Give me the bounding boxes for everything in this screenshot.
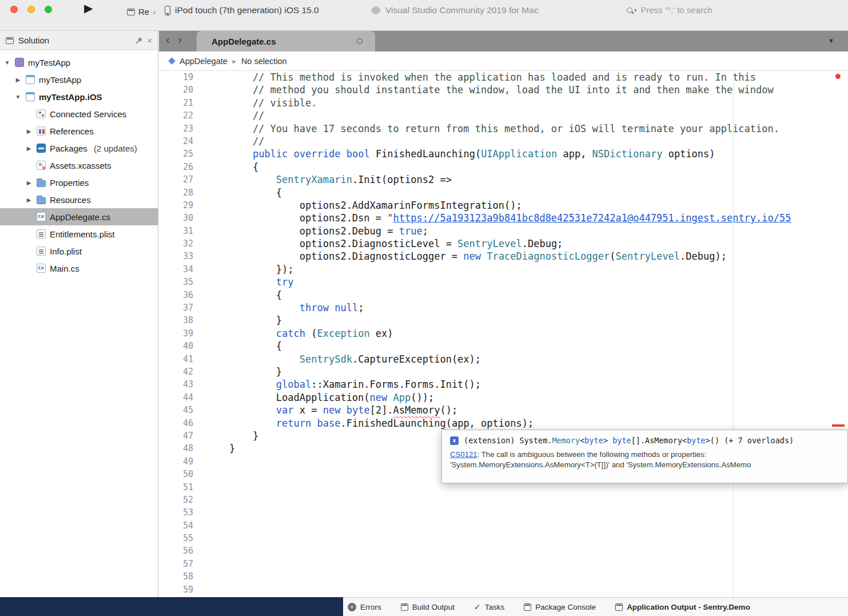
line-number[interactable]: 44 — [159, 391, 201, 404]
tree-item-mytestapp[interactable]: ▼myTestApp — [0, 54, 158, 71]
code-line-52[interactable]: 52 — [159, 494, 848, 506]
code-line-28[interactable]: 28 { — [159, 186, 848, 199]
code-line-53[interactable]: 53 — [159, 506, 848, 519]
tree-item-assets-xcassets[interactable]: Assets.xcassets — [0, 157, 158, 174]
error-code-link[interactable]: CS0121 — [450, 450, 477, 459]
line-number[interactable]: 55 — [159, 532, 201, 545]
tree-item-main-cs[interactable]: Main.cs — [0, 260, 158, 277]
code-line-40[interactable]: 40 { — [159, 340, 848, 352]
code-line-39[interactable]: 39 catch (Exception ex) — [159, 327, 848, 340]
line-number[interactable]: 25 — [159, 148, 201, 160]
line-number[interactable]: 19 — [159, 71, 201, 84]
line-number[interactable]: 41 — [159, 353, 201, 365]
code-line-19[interactable]: 19 // This method is invoked when the ap… — [159, 71, 848, 84]
line-number[interactable]: 39 — [159, 327, 201, 340]
code-line-37[interactable]: 37 throw null; — [159, 301, 848, 314]
code-line-32[interactable]: 32 options2.DiagnosticLevel = SentryLeve… — [159, 237, 848, 250]
tree-item-appdelegate-cs[interactable]: AppDelegate.cs — [0, 208, 158, 225]
line-number[interactable]: 56 — [159, 545, 201, 557]
code-line-58[interactable]: 58 — [159, 570, 848, 583]
line-number[interactable]: 54 — [159, 519, 201, 532]
line-number[interactable]: 43 — [159, 378, 201, 391]
line-number[interactable]: 23 — [159, 122, 201, 135]
line-number[interactable]: 37 — [159, 301, 201, 314]
tree-item-properties[interactable]: ▶Properties — [0, 174, 158, 191]
line-number[interactable]: 42 — [159, 365, 201, 378]
code-line-42[interactable]: 42 } — [159, 365, 848, 378]
code-line-45[interactable]: 45 var x = new byte[2].AsMemory(); — [159, 404, 848, 416]
line-number[interactable]: 38 — [159, 314, 201, 327]
code-line-41[interactable]: 41 SentrySdk.CaptureException(ex); — [159, 353, 848, 365]
code-line-27[interactable]: 27 SentryXamarin.Init(options2 => — [159, 173, 848, 186]
navigate-back-button[interactable]: ‹ — [166, 33, 170, 46]
tab-modified-indicator[interactable] — [357, 38, 363, 44]
code-line-22[interactable]: 22 // — [159, 109, 848, 122]
scrollbar-error-marker[interactable] — [832, 424, 845, 427]
code-line-43[interactable]: 43 global::Xamarin.Forms.Forms.Init(); — [159, 378, 848, 391]
scrollbar-error-dot[interactable] — [835, 74, 841, 79]
disclosure-closed-icon[interactable]: ▶ — [25, 180, 33, 186]
pad-tab-build-output[interactable]: Build Output — [401, 603, 455, 611]
build-config-selector[interactable]: Re › — [127, 7, 156, 17]
tree-item-mytestapp-ios[interactable]: ▼myTestApp.iOS — [0, 88, 158, 105]
code-line-30[interactable]: 30 options2.Dsn = "https://5a193123a9b84… — [159, 212, 848, 224]
pad-tab-application-output-sentry-demo[interactable]: Application Output - Sentry.Demo — [615, 603, 750, 611]
close-icon[interactable]: × — [147, 37, 152, 45]
line-number[interactable]: 50 — [159, 468, 201, 480]
tree-item-connected-services[interactable]: Connected Services — [0, 105, 158, 122]
disclosure-open-icon[interactable]: ▼ — [3, 59, 11, 66]
line-number[interactable]: 30 — [159, 212, 201, 224]
line-number[interactable]: 49 — [159, 455, 201, 468]
code-line-26[interactable]: 26 { — [159, 161, 848, 173]
code-line-54[interactable]: 54 — [159, 519, 848, 532]
pin-icon[interactable] — [134, 37, 142, 45]
tree-item-entitlements-plist[interactable]: Entitlements.plist — [0, 225, 158, 243]
line-number[interactable]: 26 — [159, 161, 201, 173]
run-button[interactable]: ▶ — [84, 1, 93, 15]
line-number[interactable]: 52 — [159, 494, 201, 506]
line-number[interactable]: 46 — [159, 417, 201, 430]
code-line-55[interactable]: 55 — [159, 532, 848, 545]
line-number[interactable]: 57 — [159, 558, 201, 570]
code-line-36[interactable]: 36 { — [159, 289, 848, 301]
zoom-window-button[interactable] — [45, 6, 52, 13]
disclosure-closed-icon[interactable]: ▶ — [14, 77, 22, 83]
code-line-24[interactable]: 24 // — [159, 135, 848, 148]
disclosure-closed-icon[interactable]: ▶ — [25, 197, 33, 203]
line-number[interactable]: 35 — [159, 276, 201, 288]
line-number[interactable]: 31 — [159, 225, 201, 237]
code-line-57[interactable]: 57 — [159, 558, 848, 570]
breadcrumb-item[interactable]: AppDelegate — [180, 57, 228, 66]
tab-appdelegate[interactable]: AppDelegate.cs — [197, 31, 375, 51]
code-editor[interactable]: 19 // This method is invoked when the ap… — [159, 71, 848, 597]
code-line-21[interactable]: 21 // visible. — [159, 97, 848, 109]
line-number[interactable]: 22 — [159, 109, 201, 122]
line-number[interactable]: 59 — [159, 583, 201, 596]
disclosure-closed-icon[interactable]: ▶ — [25, 128, 33, 134]
code-line-35[interactable]: 35 try — [159, 276, 848, 288]
line-number[interactable]: 45 — [159, 404, 201, 416]
line-number[interactable]: 28 — [159, 186, 201, 199]
code-line-34[interactable]: 34 }); — [159, 263, 848, 276]
line-number[interactable]: 36 — [159, 289, 201, 301]
line-number[interactable]: 32 — [159, 237, 201, 250]
line-number[interactable]: 24 — [159, 135, 201, 148]
tab-list-dropdown-icon[interactable]: ▼ — [828, 37, 834, 44]
device-selector[interactable]: iPod touch (7th generation) iOS 15.0 — [165, 5, 319, 15]
line-number[interactable]: 20 — [159, 84, 201, 96]
code-line-33[interactable]: 33 options2.DiagnosticLogger = new Trace… — [159, 250, 848, 263]
code-line-31[interactable]: 31 options2.Debug = true; — [159, 225, 848, 237]
code-line-29[interactable]: 29 options2.AddXamarinFormsIntegration()… — [159, 199, 848, 212]
code-line-38[interactable]: 38 } — [159, 314, 848, 327]
line-number[interactable]: 34 — [159, 263, 201, 276]
pad-tab-tasks[interactable]: Tasks — [474, 602, 504, 611]
line-number[interactable]: 29 — [159, 199, 201, 212]
tree-item-resources[interactable]: ▶Resources — [0, 191, 158, 208]
code-line-59[interactable]: 59 — [159, 583, 848, 596]
line-number[interactable]: 53 — [159, 506, 201, 519]
disclosure-open-icon[interactable]: ▼ — [14, 94, 22, 100]
line-number[interactable]: 27 — [159, 173, 201, 186]
pad-tab-errors[interactable]: Errors — [348, 603, 381, 611]
line-number[interactable]: 48 — [159, 442, 201, 455]
line-number[interactable]: 58 — [159, 570, 201, 583]
